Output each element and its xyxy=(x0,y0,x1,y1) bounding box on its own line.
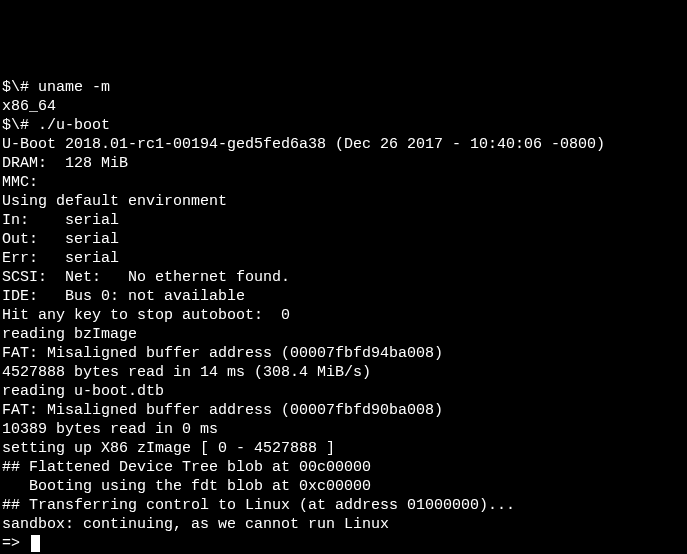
terminal-prompt: => xyxy=(2,534,29,553)
terminal-line: SCSI: Net: No ethernet found. xyxy=(2,268,685,287)
terminal-line: IDE: Bus 0: not available xyxy=(2,287,685,306)
terminal-line: FAT: Misaligned buffer address (00007fbf… xyxy=(2,344,685,363)
terminal-line: MMC: xyxy=(2,173,685,192)
terminal-line: ## Flattened Device Tree blob at 00c0000… xyxy=(2,458,685,477)
terminal-line: 10389 bytes read in 0 ms xyxy=(2,420,685,439)
terminal-line: x86_64 xyxy=(2,97,685,116)
terminal-line: ## Transferring control to Linux (at add… xyxy=(2,496,685,515)
terminal-line: reading u-boot.dtb xyxy=(2,382,685,401)
terminal-line: Hit any key to stop autoboot: 0 xyxy=(2,306,685,325)
terminal-line: Out: serial xyxy=(2,230,685,249)
terminal-line: U-Boot 2018.01-rc1-00194-ged5fed6a38 (De… xyxy=(2,135,685,154)
terminal-line: Using default environment xyxy=(2,192,685,211)
terminal-line: setting up X86 zImage [ 0 - 4527888 ] xyxy=(2,439,685,458)
cursor-icon xyxy=(31,535,40,552)
terminal-line: $\# uname -m xyxy=(2,78,685,97)
terminal-line: sandbox: continuing, as we cannot run Li… xyxy=(2,515,685,534)
terminal-line: In: serial xyxy=(2,211,685,230)
terminal-line: Err: serial xyxy=(2,249,685,268)
terminal-line: 4527888 bytes read in 14 ms (308.4 MiB/s… xyxy=(2,363,685,382)
terminal-output: $\# uname -mx86_64$\# ./u-bootU-Boot 201… xyxy=(2,78,685,553)
terminal-prompt-line[interactable]: => xyxy=(2,534,685,553)
terminal-line: reading bzImage xyxy=(2,325,685,344)
terminal-line: DRAM: 128 MiB xyxy=(2,154,685,173)
terminal-line: Booting using the fdt blob at 0xc00000 xyxy=(2,477,685,496)
terminal-line: FAT: Misaligned buffer address (00007fbf… xyxy=(2,401,685,420)
terminal-line: $\# ./u-boot xyxy=(2,116,685,135)
